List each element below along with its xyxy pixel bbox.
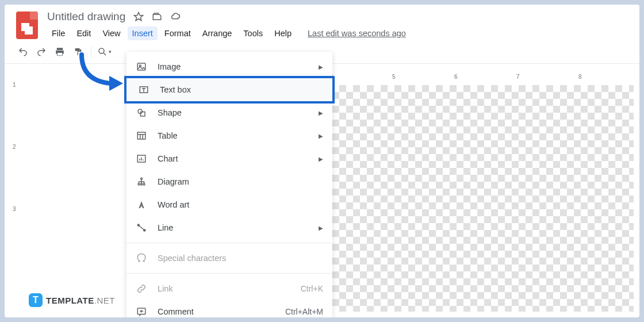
link-icon xyxy=(136,283,147,294)
submenu-arrow-icon: ▶ xyxy=(319,64,323,70)
comment-shortcut: Ctrl+Alt+M xyxy=(285,307,323,316)
svg-rect-11 xyxy=(141,112,145,117)
menu-format[interactable]: Format xyxy=(160,26,195,40)
annotation-arrow xyxy=(76,52,128,98)
image-icon xyxy=(136,61,147,72)
svg-rect-7 xyxy=(137,63,145,70)
svg-point-21 xyxy=(138,183,140,185)
insert-line[interactable]: Line ▶ xyxy=(126,216,332,239)
insert-link-label: Link xyxy=(158,284,173,293)
insert-textbox[interactable]: Text box xyxy=(124,76,335,103)
insert-wordart[interactable]: Word art xyxy=(126,193,332,216)
insert-diagram[interactable]: Diagram xyxy=(126,170,332,193)
svg-point-20 xyxy=(141,178,143,179)
svg-rect-12 xyxy=(137,132,145,139)
print-button[interactable] xyxy=(52,44,68,60)
insert-comment-label: Comment xyxy=(158,307,194,316)
svg-rect-1 xyxy=(57,48,63,50)
svg-point-22 xyxy=(141,183,143,185)
svg-line-26 xyxy=(139,225,144,230)
watermark: T TEMPLATE.NET xyxy=(29,293,115,307)
insert-special-chars-label: Special characters xyxy=(158,254,226,263)
insert-textbox-label: Text box xyxy=(160,85,191,94)
horizontal-ruler: 4 5 6 7 8 9 xyxy=(332,72,634,84)
submenu-arrow-icon: ▶ xyxy=(319,156,323,162)
menu-tools[interactable]: Tools xyxy=(239,26,267,40)
insert-link: Link Ctrl+K xyxy=(126,277,332,300)
insert-image-label: Image xyxy=(158,62,181,71)
last-edit-label[interactable]: Last edit was seconds ago xyxy=(308,29,406,38)
watermark-logo: T xyxy=(29,293,43,307)
redo-button[interactable] xyxy=(33,44,49,60)
cloud-icon[interactable] xyxy=(170,12,181,22)
insert-comment[interactable]: Comment Ctrl+Alt+M xyxy=(126,300,332,317)
chart-icon xyxy=(136,153,147,164)
link-shortcut: Ctrl+K xyxy=(301,284,323,293)
vertical-ruler: 1 2 3 xyxy=(10,85,22,312)
svg-point-23 xyxy=(143,183,145,185)
insert-chart-label: Chart xyxy=(158,154,178,163)
menu-separator xyxy=(126,243,332,243)
menu-edit[interactable]: Edit xyxy=(72,26,95,40)
omega-icon xyxy=(136,252,147,264)
insert-shape[interactable]: Shape ▶ xyxy=(126,101,332,124)
insert-image[interactable]: Image ▶ xyxy=(126,55,332,78)
insert-table[interactable]: Table ▶ xyxy=(126,124,332,147)
menu-separator xyxy=(126,273,332,274)
insert-special-chars: Special characters xyxy=(126,247,332,270)
menu-view[interactable]: View xyxy=(98,26,125,40)
insert-shape-label: Shape xyxy=(158,108,182,117)
star-icon[interactable] xyxy=(133,12,144,22)
app-logo xyxy=(16,10,38,40)
menu-file[interactable]: File xyxy=(47,26,70,40)
move-icon[interactable] xyxy=(152,12,162,22)
svg-marker-28 xyxy=(109,76,123,91)
insert-dropdown: Image ▶ Text box Shape ▶ Table ▶ Chart ▶… xyxy=(126,52,332,317)
comment-icon xyxy=(136,306,147,317)
menu-help[interactable]: Help xyxy=(270,26,296,40)
line-icon xyxy=(136,222,147,233)
svg-rect-3 xyxy=(57,53,63,56)
menu-arrange[interactable]: Arrange xyxy=(198,26,237,40)
wordart-icon xyxy=(136,199,147,210)
insert-line-label: Line xyxy=(158,223,173,232)
svg-marker-0 xyxy=(135,13,143,21)
submenu-arrow-icon: ▶ xyxy=(319,133,323,139)
menu-insert[interactable]: Insert xyxy=(128,26,158,40)
submenu-arrow-icon: ▶ xyxy=(319,110,323,116)
insert-wordart-label: Word art xyxy=(158,200,189,209)
diagram-icon xyxy=(136,176,147,187)
insert-diagram-label: Diagram xyxy=(158,177,189,186)
undo-button[interactable] xyxy=(15,44,31,60)
document-title[interactable]: Untitled drawing xyxy=(47,10,125,23)
table-icon xyxy=(136,130,147,141)
insert-table-label: Table xyxy=(158,131,178,140)
svg-rect-4 xyxy=(75,48,80,51)
canvas[interactable] xyxy=(332,85,634,312)
submenu-arrow-icon: ▶ xyxy=(319,225,323,231)
insert-chart[interactable]: Chart ▶ xyxy=(126,147,332,170)
textbox-icon xyxy=(138,84,150,95)
shape-icon xyxy=(136,107,147,118)
